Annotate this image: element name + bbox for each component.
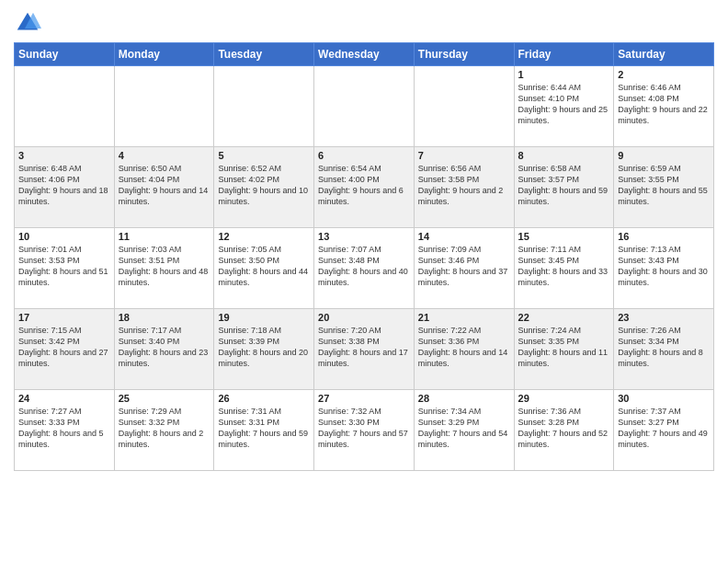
day-number: 22 [518,312,610,323]
day-info: Sunrise: 6:44 AM Sunset: 4:10 PM Dayligh… [518,82,610,127]
weekday-header: Wednesday [314,43,415,66]
calendar-table: SundayMondayTuesdayWednesdayThursdayFrid… [14,42,714,471]
day-info: Sunrise: 6:46 AM Sunset: 4:08 PM Dayligh… [618,82,710,127]
day-number: 7 [418,150,510,161]
calendar-cell [15,66,115,147]
day-number: 18 [119,312,210,323]
day-info: Sunrise: 6:56 AM Sunset: 3:58 PM Dayligh… [418,163,510,208]
calendar-cell: 8Sunrise: 6:58 AM Sunset: 3:57 PM Daylig… [514,147,614,228]
day-number: 21 [418,312,510,323]
day-number: 12 [218,231,310,242]
calendar-cell: 20Sunrise: 7:20 AM Sunset: 3:38 PM Dayli… [314,309,415,390]
day-number: 14 [418,231,510,242]
calendar-cell: 12Sunrise: 7:05 AM Sunset: 3:50 PM Dayli… [214,228,314,309]
weekday-header: Saturday [614,43,714,66]
day-number: 26 [218,393,310,404]
day-info: Sunrise: 7:20 AM Sunset: 3:38 PM Dayligh… [318,325,410,370]
calendar-cell [214,66,314,147]
calendar-cell: 19Sunrise: 7:18 AM Sunset: 3:39 PM Dayli… [214,309,314,390]
day-info: Sunrise: 7:18 AM Sunset: 3:39 PM Dayligh… [218,325,310,370]
day-info: Sunrise: 7:22 AM Sunset: 3:36 PM Dayligh… [418,325,510,370]
logo [14,9,45,37]
weekday-header: Tuesday [214,43,314,66]
day-info: Sunrise: 7:11 AM Sunset: 3:45 PM Dayligh… [518,244,610,289]
day-info: Sunrise: 6:54 AM Sunset: 4:00 PM Dayligh… [318,163,410,208]
calendar-cell [314,66,415,147]
day-number: 19 [218,312,310,323]
day-number: 8 [518,150,610,161]
calendar-cell: 2Sunrise: 6:46 AM Sunset: 4:08 PM Daylig… [614,66,714,147]
weekday-header: Monday [114,43,214,66]
header [14,9,714,37]
day-number: 17 [18,312,110,323]
day-number: 13 [318,231,410,242]
day-number: 6 [318,150,410,161]
day-info: Sunrise: 7:01 AM Sunset: 3:53 PM Dayligh… [18,244,110,289]
calendar-cell [414,66,514,147]
page: SundayMondayTuesdayWednesdayThursdayFrid… [0,0,728,563]
calendar-cell [114,66,214,147]
calendar-cell: 13Sunrise: 7:07 AM Sunset: 3:48 PM Dayli… [314,228,415,309]
day-info: Sunrise: 7:09 AM Sunset: 3:46 PM Dayligh… [418,244,510,289]
calendar-cell: 26Sunrise: 7:31 AM Sunset: 3:31 PM Dayli… [214,390,314,471]
calendar-cell: 17Sunrise: 7:15 AM Sunset: 3:42 PM Dayli… [15,309,115,390]
day-info: Sunrise: 7:29 AM Sunset: 3:32 PM Dayligh… [119,406,210,451]
day-info: Sunrise: 7:15 AM Sunset: 3:42 PM Dayligh… [18,325,110,370]
day-number: 24 [18,393,110,404]
calendar-cell: 14Sunrise: 7:09 AM Sunset: 3:46 PM Dayli… [414,228,514,309]
day-info: Sunrise: 7:27 AM Sunset: 3:33 PM Dayligh… [18,406,110,451]
day-info: Sunrise: 6:59 AM Sunset: 3:55 PM Dayligh… [618,163,710,208]
logo-icon [14,9,41,37]
weekday-header: Thursday [414,43,514,66]
weekday-header: Sunday [15,43,115,66]
day-number: 4 [119,150,210,161]
day-info: Sunrise: 6:50 AM Sunset: 4:04 PM Dayligh… [119,163,210,208]
day-number: 11 [119,231,210,242]
calendar-cell: 5Sunrise: 6:52 AM Sunset: 4:02 PM Daylig… [214,147,314,228]
day-info: Sunrise: 7:03 AM Sunset: 3:51 PM Dayligh… [119,244,210,289]
day-info: Sunrise: 6:58 AM Sunset: 3:57 PM Dayligh… [518,163,610,208]
calendar-cell: 24Sunrise: 7:27 AM Sunset: 3:33 PM Dayli… [15,390,115,471]
day-number: 2 [618,69,710,80]
calendar-cell: 18Sunrise: 7:17 AM Sunset: 3:40 PM Dayli… [114,309,214,390]
day-info: Sunrise: 7:34 AM Sunset: 3:29 PM Dayligh… [418,406,510,451]
calendar-row: 1Sunrise: 6:44 AM Sunset: 4:10 PM Daylig… [15,66,714,147]
day-info: Sunrise: 7:05 AM Sunset: 3:50 PM Dayligh… [218,244,310,289]
calendar-cell: 1Sunrise: 6:44 AM Sunset: 4:10 PM Daylig… [514,66,614,147]
day-number: 30 [618,393,710,404]
day-info: Sunrise: 6:52 AM Sunset: 4:02 PM Dayligh… [218,163,310,208]
calendar-cell: 4Sunrise: 6:50 AM Sunset: 4:04 PM Daylig… [114,147,214,228]
day-info: Sunrise: 7:17 AM Sunset: 3:40 PM Dayligh… [119,325,210,370]
weekday-header: Friday [514,43,614,66]
day-number: 16 [618,231,710,242]
calendar-row: 10Sunrise: 7:01 AM Sunset: 3:53 PM Dayli… [15,228,714,309]
day-number: 23 [618,312,710,323]
calendar-cell: 27Sunrise: 7:32 AM Sunset: 3:30 PM Dayli… [314,390,415,471]
calendar-cell: 25Sunrise: 7:29 AM Sunset: 3:32 PM Dayli… [114,390,214,471]
calendar-cell: 3Sunrise: 6:48 AM Sunset: 4:06 PM Daylig… [15,147,115,228]
day-info: Sunrise: 7:36 AM Sunset: 3:28 PM Dayligh… [518,406,610,451]
calendar-cell: 7Sunrise: 6:56 AM Sunset: 3:58 PM Daylig… [414,147,514,228]
calendar-row: 24Sunrise: 7:27 AM Sunset: 3:33 PM Dayli… [15,390,714,471]
day-info: Sunrise: 7:26 AM Sunset: 3:34 PM Dayligh… [618,325,710,370]
day-number: 1 [518,69,610,80]
day-info: Sunrise: 7:31 AM Sunset: 3:31 PM Dayligh… [218,406,310,451]
calendar-cell: 11Sunrise: 7:03 AM Sunset: 3:51 PM Dayli… [114,228,214,309]
day-number: 15 [518,231,610,242]
day-number: 3 [18,150,110,161]
day-number: 29 [518,393,610,404]
day-info: Sunrise: 7:37 AM Sunset: 3:27 PM Dayligh… [618,406,710,451]
calendar-cell: 22Sunrise: 7:24 AM Sunset: 3:35 PM Dayli… [514,309,614,390]
calendar-cell: 15Sunrise: 7:11 AM Sunset: 3:45 PM Dayli… [514,228,614,309]
calendar-cell: 28Sunrise: 7:34 AM Sunset: 3:29 PM Dayli… [414,390,514,471]
day-number: 25 [119,393,210,404]
day-number: 9 [618,150,710,161]
day-info: Sunrise: 7:32 AM Sunset: 3:30 PM Dayligh… [318,406,410,451]
weekday-header-row: SundayMondayTuesdayWednesdayThursdayFrid… [15,43,714,66]
calendar-cell: 10Sunrise: 7:01 AM Sunset: 3:53 PM Dayli… [15,228,115,309]
day-number: 5 [218,150,310,161]
day-number: 20 [318,312,410,323]
calendar-cell: 23Sunrise: 7:26 AM Sunset: 3:34 PM Dayli… [614,309,714,390]
calendar-cell: 30Sunrise: 7:37 AM Sunset: 3:27 PM Dayli… [614,390,714,471]
day-number: 28 [418,393,510,404]
